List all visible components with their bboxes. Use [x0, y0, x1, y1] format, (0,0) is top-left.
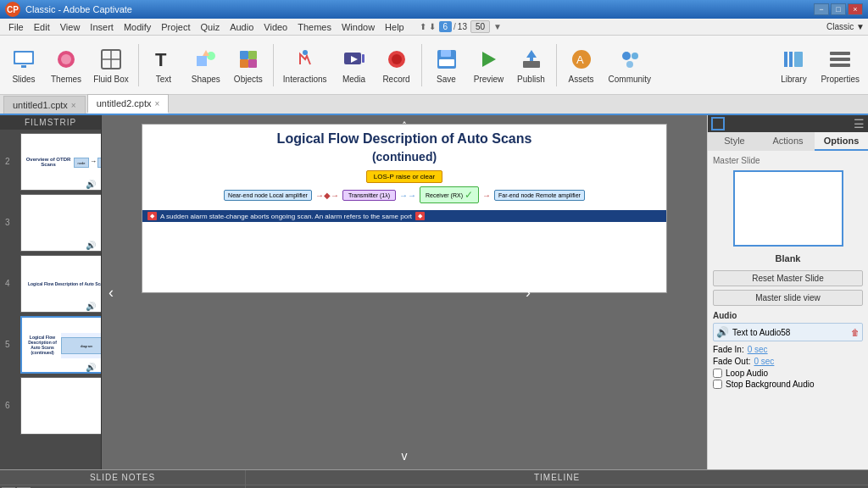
menu-insert[interactable]: Insert	[85, 20, 119, 34]
toolbar-media[interactable]: Media	[334, 44, 375, 86]
svg-rect-26	[523, 61, 540, 68]
toolbar-record[interactable]: Record	[376, 44, 417, 86]
stop-bg-audio-checkbox[interactable]	[713, 380, 722, 389]
master-name: Blank	[713, 253, 863, 263]
properties-menu-icon[interactable]: ☰	[854, 117, 865, 130]
toolbar-text[interactable]: T Text	[143, 44, 184, 86]
toolbar-publish-label: Publish	[517, 75, 545, 84]
toolbar-properties[interactable]: Properties	[815, 44, 865, 86]
slides-icon	[10, 46, 37, 73]
slide-audio-5: 🔊	[86, 363, 96, 372]
master-view-button[interactable]: Master slide view	[713, 290, 863, 306]
tab-untitled1[interactable]: untitled1.cptx ×	[3, 96, 86, 114]
filmstrip-slide-3[interactable]: 3 🔊	[20, 194, 97, 252]
menu-help[interactable]: Help	[380, 20, 409, 34]
close-button[interactable]: ×	[848, 3, 863, 15]
svg-point-4	[61, 54, 71, 64]
toolbar-save[interactable]: Save	[426, 44, 467, 86]
slide-bottom-text: A sudden alarm state-change aborts ongoi…	[160, 213, 412, 220]
filmstrip-slide-5[interactable]: 5 Logical Flow Description of Auto Scans…	[20, 316, 97, 374]
loop-audio-checkbox[interactable]	[713, 369, 722, 378]
menu-view[interactable]: View	[55, 20, 86, 34]
app-logo: CP	[5, 2, 20, 17]
scroll-right-icon[interactable]: ›	[526, 284, 531, 302]
preview-icon	[476, 46, 503, 73]
menu-video[interactable]: Video	[259, 20, 292, 34]
toolbar-shapes[interactable]: Shapes	[186, 44, 226, 86]
slide-content: LOS-P raise or clear Near-end node Local…	[142, 167, 666, 207]
menu-quiz[interactable]: Quiz	[196, 20, 225, 34]
svg-marker-27	[526, 50, 537, 58]
prop-tab-actions[interactable]: Actions	[761, 132, 815, 151]
scroll-left-icon[interactable]: ‹	[108, 284, 114, 302]
prop-tab-style[interactable]: Style	[708, 132, 761, 151]
audio-delete-icon[interactable]: 🗑	[851, 328, 860, 337]
menu-file[interactable]: File	[3, 20, 29, 34]
tab-untitled2-label: untitled2.cptx	[97, 98, 152, 108]
toolbar-community-label: Community	[609, 75, 652, 84]
toolbar-library[interactable]: Library	[773, 44, 814, 86]
filmstrip-slide-6[interactable]: 6	[20, 377, 97, 435]
filmstrip-slide-2[interactable]: 2 Overview of OTDR Scans node → node 🔊	[20, 133, 97, 191]
audio-row: 🔊 Text to Audio58 🗑	[713, 323, 863, 341]
master-slide-label: Master Slide	[713, 156, 863, 165]
fade-out-label: Fade Out:	[713, 357, 750, 366]
reset-master-button[interactable]: Reset Master Slide	[713, 270, 863, 286]
toolbar-sep-4	[556, 44, 557, 86]
slide-num-2: 2	[5, 157, 10, 166]
tab-untitled2[interactable]: untitled2.cptx ×	[87, 94, 170, 114]
fluidbox-icon	[97, 46, 125, 73]
slide-notes-header: SLIDE NOTES	[0, 470, 245, 485]
far-node-box: Far-end node Remote amplifier	[494, 190, 585, 201]
menu-project[interactable]: Project	[156, 20, 195, 34]
menu-edit[interactable]: Edit	[29, 20, 55, 34]
menu-bar: File Edit View Insert Modify Project Qui…	[0, 19, 868, 36]
slide-thumb-6[interactable]	[20, 377, 102, 435]
tab-untitled1-label: untitled1.cptx	[13, 100, 68, 110]
toolbar-preview[interactable]: Preview	[469, 44, 509, 86]
prop-tab-options[interactable]: Options	[815, 132, 868, 151]
scroll-down-icon[interactable]: v	[402, 449, 408, 463]
properties-tabs: Style Actions Options	[708, 132, 868, 151]
fade-in-row: Fade In: 0 sec	[713, 345, 863, 354]
svg-rect-24	[439, 59, 454, 66]
menu-modify[interactable]: Modify	[119, 20, 156, 34]
menu-themes[interactable]: Themes	[292, 20, 337, 34]
toolbar-interactions[interactable]: Interactions	[278, 44, 332, 86]
fade-in-label: Fade In:	[713, 345, 744, 354]
toolbar-publish[interactable]: Publish	[511, 44, 552, 86]
toolbar-fluidbox[interactable]: Fluid Box	[88, 44, 134, 86]
window-controls[interactable]: − □ ×	[814, 3, 863, 15]
properties-content: Master Slide ▼ Blank Reset Master Slide …	[708, 151, 868, 469]
toolbar-slides-label: Slides	[12, 75, 35, 84]
fade-in-value[interactable]: 0 sec	[748, 345, 768, 354]
slide-audio-2: 🔊	[86, 180, 96, 189]
toolbar-slides[interactable]: Slides	[3, 44, 44, 86]
svg-rect-37	[830, 52, 850, 55]
menu-window[interactable]: Window	[337, 20, 380, 34]
slide-num-5: 5	[5, 340, 10, 349]
filmstrip-slide-4[interactable]: 4 Logical Flow Description of Auto Scans…	[20, 255, 97, 313]
timeline-panel: TIMELINE 00:00 00:01 00:02 00:03 00:04 0…	[246, 470, 868, 488]
minimize-button[interactable]: −	[814, 3, 829, 15]
svg-point-33	[626, 61, 633, 68]
record-icon	[383, 46, 410, 73]
toolbar-community[interactable]: Community	[604, 44, 657, 86]
toolbar-assets-label: Assets	[569, 75, 594, 84]
tab-bar: untitled1.cptx × untitled2.cptx ×	[0, 95, 868, 115]
maximize-button[interactable]: □	[831, 3, 846, 15]
canvas-area: ‹ › ^ v Logical Flow Description of Auto…	[102, 115, 707, 469]
toolbar-save-label: Save	[437, 75, 456, 84]
tab-untitled2-close[interactable]: ×	[155, 99, 160, 108]
fade-out-value[interactable]: 0 sec	[754, 357, 774, 366]
menu-audio[interactable]: Audio	[225, 20, 259, 34]
slide-num-4: 4	[5, 279, 10, 288]
toolbar-themes[interactable]: Themes	[46, 44, 86, 86]
svg-rect-38	[830, 58, 850, 61]
save-icon	[433, 46, 460, 73]
tab-untitled1-close[interactable]: ×	[71, 101, 76, 110]
near-node-box: Near-end node Local amplifier	[224, 190, 312, 201]
toolbar-objects[interactable]: Objects	[228, 44, 269, 86]
objects-icon	[235, 46, 262, 73]
toolbar-assets[interactable]: A Assets	[561, 44, 602, 86]
